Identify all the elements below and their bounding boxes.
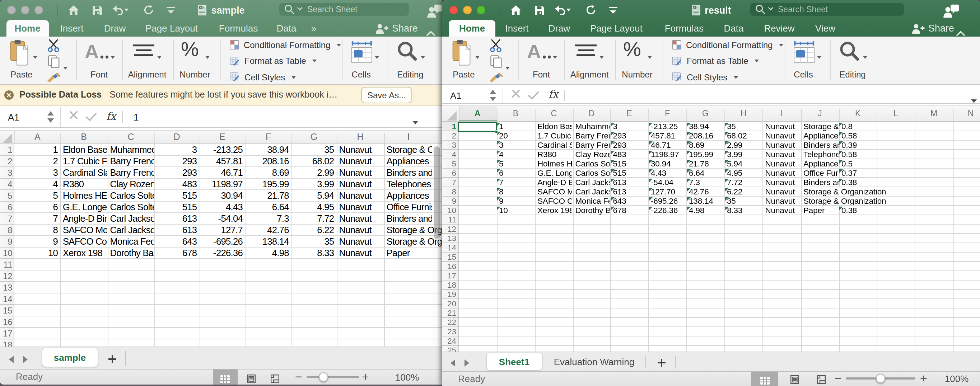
cell-F6[interactable]: 4.43 bbox=[649, 168, 686, 178]
column-header-M[interactable]: M bbox=[931, 109, 937, 119]
format-as-table-button[interactable]: Format as Table bbox=[229, 56, 317, 66]
insert-function-icon[interactable]: fx bbox=[549, 88, 558, 100]
cell-D7[interactable]: 613 bbox=[155, 213, 199, 224]
cell-F10[interactable]: -226.36 bbox=[649, 206, 686, 215]
cell-J3[interactable]: Binders and Binder Accessories bbox=[802, 141, 838, 149]
cell-I2[interactable]: Nunavut bbox=[764, 131, 800, 140]
cell-E8[interactable]: 613 bbox=[611, 187, 648, 196]
cell-J7[interactable]: Binders and Binder Accessories bbox=[802, 178, 838, 187]
cell-H4[interactable]: 3.99 bbox=[725, 150, 762, 159]
cell-B6[interactable]: G.E. Longer-Life Indoor Recessed Floodli… bbox=[61, 202, 107, 213]
cell-I8[interactable]: Nunavut bbox=[764, 187, 800, 196]
cell-E5[interactable]: 515 bbox=[611, 159, 648, 168]
cell-G9[interactable]: 35 bbox=[292, 236, 336, 247]
cell-styles-button[interactable]: Cell Styles bbox=[229, 72, 296, 82]
tab-page-layout[interactable]: Page Layout bbox=[145, 20, 198, 37]
tab-formulas[interactable]: Formulas bbox=[219, 20, 258, 37]
traffic-light-close[interactable] bbox=[7, 6, 16, 14]
cell-A6[interactable]: 6 bbox=[16, 202, 60, 213]
row-header-20[interactable]: 20 bbox=[442, 299, 456, 308]
formula-expand-icon[interactable] bbox=[412, 115, 418, 128]
customize-toolbar-icon[interactable] bbox=[605, 2, 622, 19]
cell-E1[interactable]: 3 bbox=[611, 122, 648, 131]
row-header-11[interactable]: 11 bbox=[442, 215, 456, 225]
cell-G3[interactable]: 2.99 bbox=[292, 167, 336, 178]
undo-dropdown-icon[interactable] bbox=[124, 2, 129, 19]
cell-D3[interactable]: Barry French bbox=[574, 141, 610, 149]
cell-E10[interactable]: 678 bbox=[611, 206, 648, 215]
cell-H9[interactable]: Nunavut bbox=[337, 236, 383, 247]
row-header-13[interactable]: 13 bbox=[442, 234, 456, 243]
zoom-slider-knob[interactable] bbox=[875, 373, 885, 383]
conditional-formatting-button[interactable]: Conditional Formatting bbox=[229, 40, 341, 50]
row-header-4[interactable]: 4 bbox=[0, 179, 13, 190]
cell-I4[interactable]: Nunavut bbox=[764, 150, 800, 159]
people-icon[interactable] bbox=[942, 2, 959, 19]
cell-G10[interactable]: 4.98 bbox=[687, 206, 724, 215]
zoom-level[interactable]: 100% bbox=[945, 373, 969, 384]
row-header-1[interactable]: 1 bbox=[442, 122, 456, 131]
cell-G2[interactable]: 208.16 bbox=[687, 131, 724, 140]
cell-B3[interactable]: Cardinal Slant-D® Ring Binder, Heavy Gau… bbox=[61, 167, 107, 178]
cell-D9[interactable]: 643 bbox=[155, 236, 199, 247]
cell-E6[interactable]: 4.43 bbox=[200, 202, 245, 213]
row-header-8[interactable]: 8 bbox=[442, 187, 456, 197]
cell-D5[interactable]: 515 bbox=[155, 190, 199, 201]
zoom-in-button[interactable]: + bbox=[920, 371, 927, 386]
share-button[interactable]: Share bbox=[374, 20, 418, 37]
cell-H2[interactable]: Nunavut bbox=[337, 156, 383, 167]
row-header-18[interactable]: 18 bbox=[442, 281, 456, 290]
cell-E2[interactable]: 293 bbox=[611, 131, 648, 140]
cell-D2[interactable]: Barry French bbox=[574, 131, 610, 140]
cell-I3[interactable]: Binders and Binder Accessories bbox=[385, 167, 433, 178]
cell-K10[interactable]: 0.38 bbox=[840, 206, 876, 215]
cell-K7[interactable]: 0.38 bbox=[840, 178, 876, 187]
row-header-9[interactable]: 9 bbox=[0, 236, 13, 248]
select-all-corner[interactable] bbox=[3, 133, 13, 143]
cell-H10[interactable]: 8.33 bbox=[725, 206, 762, 215]
cell-I10[interactable]: Paper bbox=[385, 248, 433, 259]
cell-K6[interactable]: 0.37 bbox=[840, 168, 876, 178]
cell-E9[interactable]: -695.26 bbox=[200, 236, 245, 247]
cell-B4[interactable]: R380 bbox=[61, 179, 107, 190]
cell-E9[interactable]: 643 bbox=[611, 197, 648, 206]
home-icon[interactable] bbox=[507, 2, 524, 19]
row-header-17[interactable]: 17 bbox=[0, 328, 13, 339]
cell-B6[interactable]: 6 bbox=[497, 168, 534, 178]
cell-D6[interactable]: Carlos Soltero bbox=[574, 168, 610, 178]
format-as-table-button[interactable]: Format as Table bbox=[671, 56, 759, 66]
cell-B9[interactable]: SAFCO Commercial Wire Shelving, Black bbox=[61, 236, 107, 247]
editing-button[interactable] bbox=[839, 41, 859, 66]
row-header-4[interactable]: 4 bbox=[442, 150, 456, 159]
cell-G4[interactable]: 3.99 bbox=[292, 179, 336, 190]
cell-D2[interactable]: 293 bbox=[155, 156, 199, 167]
column-header-I[interactable]: I bbox=[407, 132, 410, 142]
row-header-19[interactable]: 19 bbox=[442, 290, 456, 299]
cell-E4[interactable]: 483 bbox=[611, 150, 648, 159]
select-all-corner[interactable] bbox=[447, 111, 456, 121]
redo-icon[interactable] bbox=[140, 2, 157, 19]
row-header-16[interactable]: 16 bbox=[0, 316, 13, 328]
view-page-layout-icon[interactable] bbox=[790, 374, 799, 386]
cell-E3[interactable]: 293 bbox=[611, 141, 648, 149]
cell-B10[interactable]: 10 bbox=[497, 206, 534, 215]
cell-E1[interactable]: -213.25 bbox=[200, 144, 245, 155]
cell-K5[interactable]: 0.5 bbox=[840, 159, 876, 168]
cell-J10[interactable]: Paper bbox=[802, 206, 838, 215]
column-header-E[interactable]: E bbox=[627, 109, 632, 119]
cell-H2[interactable]: 68.02 bbox=[725, 131, 762, 140]
column-header-F[interactable]: F bbox=[266, 132, 271, 142]
cell-G1[interactable]: 38.94 bbox=[687, 122, 724, 131]
cell-C2[interactable]: Barry French bbox=[108, 156, 153, 167]
column-header-H[interactable]: H bbox=[357, 132, 364, 142]
paste-button[interactable] bbox=[452, 40, 471, 69]
sheet-tab-sheet1[interactable]: Sheet1 bbox=[487, 353, 542, 370]
row-header-13[interactable]: 13 bbox=[0, 282, 13, 294]
view-normal-icon[interactable] bbox=[220, 373, 230, 384]
cell-A5[interactable]: 5 bbox=[16, 190, 60, 201]
column-header-C[interactable]: C bbox=[550, 109, 557, 119]
cell-C10[interactable]: Xerox 198 bbox=[536, 206, 572, 215]
row-header-2[interactable]: 2 bbox=[442, 131, 456, 141]
cell-I4[interactable]: Telephones and Communication bbox=[385, 179, 433, 190]
row-header-15[interactable]: 15 bbox=[0, 305, 13, 316]
